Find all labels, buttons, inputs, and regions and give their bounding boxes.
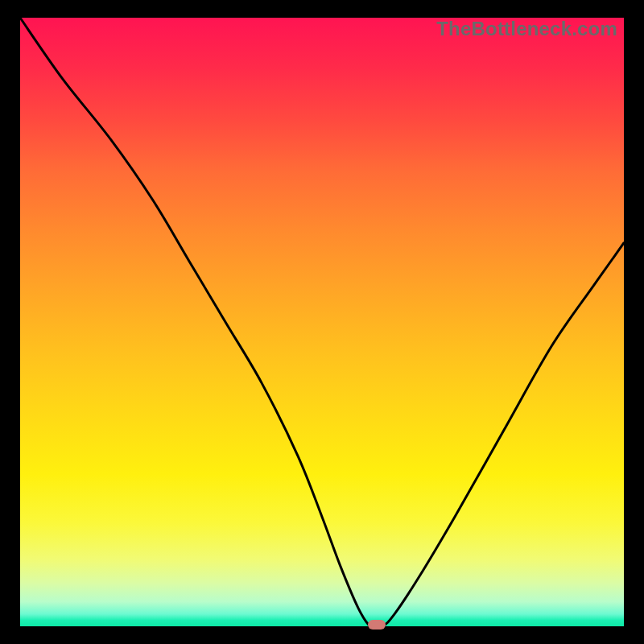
bottleneck-curve	[20, 18, 624, 626]
optimal-point-marker	[368, 620, 386, 630]
chart-plot-area: TheBottleneck.com	[20, 18, 624, 626]
